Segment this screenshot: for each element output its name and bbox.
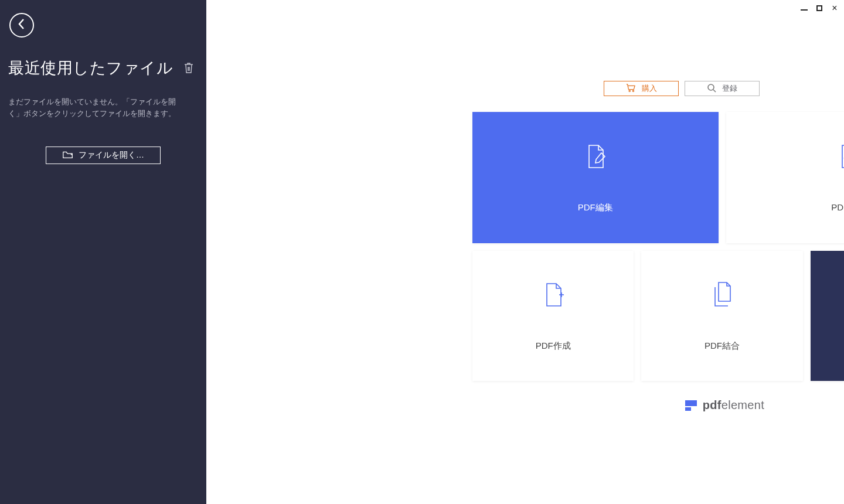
buy-button[interactable]: 購入 (604, 81, 679, 96)
buy-label: 購入 (642, 83, 657, 94)
close-icon: × (830, 4, 839, 13)
tile-row-top: PDF編集 PDF変換 (472, 112, 844, 243)
top-actions: 購入 登録 (604, 81, 760, 96)
logo-text: pdfelement (703, 399, 764, 412)
tile-pdf-convert-label: PDF変換 (831, 202, 844, 213)
window-controls: × (799, 4, 839, 13)
tile-pdf-edit[interactable]: PDF編集 (472, 112, 719, 243)
action-tiles: PDF編集 PDF変換 (472, 112, 844, 381)
combine-documents-icon (708, 281, 736, 311)
recent-files-title: 最近使用したファイル (8, 57, 173, 79)
minimize-icon (801, 9, 808, 11)
maximize-icon (816, 5, 822, 11)
create-document-icon (539, 281, 567, 311)
register-label: 登録 (722, 83, 737, 94)
register-button[interactable]: 登録 (685, 81, 760, 96)
logo-text-rest: element (722, 399, 764, 411)
tile-pdf-create[interactable]: PDF作成 (472, 251, 634, 381)
logo-text-bold: pdf (703, 399, 722, 411)
logo-icon (685, 400, 697, 411)
window-maximize-button[interactable] (815, 4, 824, 13)
trash-icon[interactable] (183, 62, 195, 74)
chevron-left-icon (18, 18, 26, 32)
edit-document-icon (581, 142, 610, 173)
search-icon (707, 83, 716, 94)
convert-document-icon (835, 142, 844, 173)
svg-point-0 (629, 90, 630, 91)
tile-pdf-template[interactable]: PDFテンプレート (811, 251, 844, 381)
tile-pdf-edit-label: PDF編集 (578, 202, 613, 213)
window-minimize-button[interactable] (799, 4, 809, 13)
folder-open-icon (62, 150, 74, 161)
open-file-label: ファイルを開く… (79, 150, 144, 161)
window-close-button[interactable]: × (830, 4, 839, 13)
tile-row-bottom: PDF作成 PDF結合 (472, 251, 844, 381)
tile-pdf-convert[interactable]: PDF変換 (726, 112, 845, 243)
svg-point-2 (708, 84, 714, 90)
cart-icon (625, 83, 636, 94)
back-button[interactable] (9, 13, 34, 38)
sidebar: 最近使用したファイル まだファイルを開いていません。「ファイルを開く」ボタンをク… (0, 0, 206, 504)
tile-pdf-create-label: PDF作成 (536, 340, 571, 352)
tile-pdf-combine[interactable]: PDF結合 (641, 251, 802, 381)
open-file-button[interactable]: ファイルを開く… (46, 147, 161, 164)
recent-files-empty-message: まだファイルを開いていません。「ファイルを開く」ボタンをクリックしてファイルを開… (8, 96, 198, 120)
brand-logo: pdfelement (685, 399, 764, 412)
main-panel: × 購入 登録 (206, 0, 844, 504)
recent-files-header: 最近使用したファイル (8, 57, 198, 79)
tile-pdf-combine-label: PDF結合 (705, 340, 740, 352)
svg-point-1 (632, 90, 634, 91)
